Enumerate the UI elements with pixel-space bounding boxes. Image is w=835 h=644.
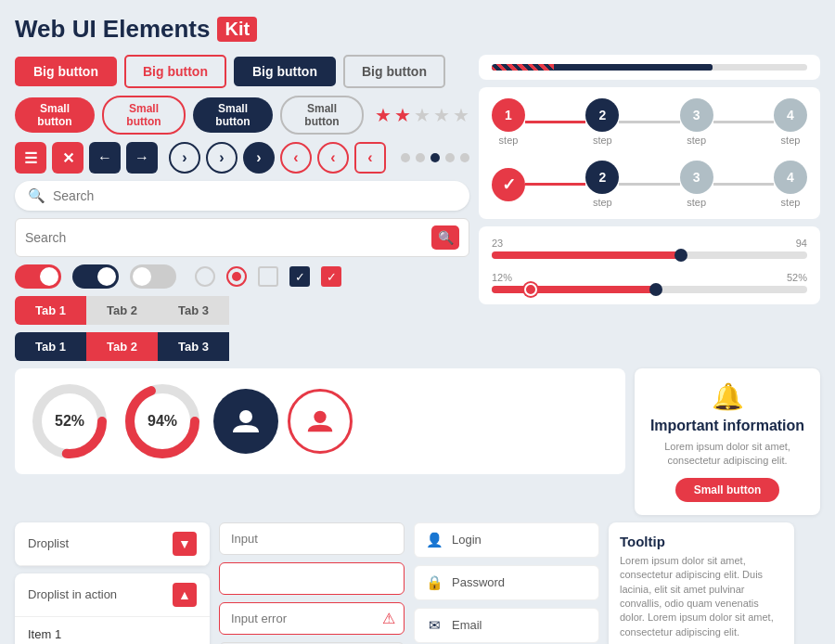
step-r2-3-label: step [687, 197, 706, 208]
tabs-row-1: Tab 1 Tab 2 Tab 3 [15, 296, 469, 325]
dot-5 [460, 153, 469, 162]
step-r2-3-node: 3 [680, 161, 713, 194]
step-line-2 [619, 121, 679, 123]
step-r2-2-node: 2 [585, 161, 619, 194]
tab-1-row1[interactable]: Tab 1 [15, 296, 86, 325]
tab-1-row2[interactable]: Tab 1 [15, 332, 86, 361]
checkbox-checked-dark[interactable]: ✓ [289, 266, 310, 287]
arrow-left-icon-btn[interactable]: ← [89, 142, 121, 174]
star-2[interactable]: ★ [394, 104, 411, 126]
tooltip-card: Tooltip Lorem ipsum dolor sit amet, cons… [609, 522, 794, 644]
small-button-outline-gray[interactable]: Small button [280, 96, 364, 135]
checkbox-checked-red[interactable]: ✓ [321, 266, 341, 287]
step-4-node: 4 [774, 98, 807, 132]
checkbox-empty[interactable] [258, 266, 278, 287]
dot-2 [416, 153, 425, 162]
slider-1-labels: 23 94 [492, 238, 807, 249]
hamburger-icon-btn[interactable]: ☰ [15, 142, 46, 174]
step-r2-1-col: ✓ [492, 168, 525, 201]
star-4[interactable]: ★ [433, 104, 450, 126]
step-r2-4-col: 4 step [774, 161, 807, 208]
droplist-expanded-label: Droplist in action [28, 587, 117, 601]
search-input-outline[interactable] [25, 230, 424, 245]
droplist-section: Droplist ▼ Droplist in action ▲ Item 1 I… [15, 522, 210, 644]
big-button-dark[interactable]: Big button [234, 57, 336, 86]
star-1[interactable]: ★ [375, 104, 392, 126]
toggle-on-red[interactable] [15, 264, 61, 289]
donut-2: 94% [121, 380, 204, 463]
big-buttons-row: Big button Big button Big button Big but… [15, 55, 469, 88]
steps-section: 1 step 2 step 3 step 4 [479, 87, 820, 219]
tab-3-row2[interactable]: Tab 3 [158, 332, 229, 361]
svg-point-4 [239, 410, 252, 423]
big-button-outline-red[interactable]: Big button [124, 55, 226, 88]
page-title: Web UI Elements Kit [15, 15, 820, 44]
input-active[interactable]: Input in action [219, 562, 405, 595]
step-2-node: 2 [585, 98, 619, 132]
toggle-on-dark[interactable] [72, 264, 119, 289]
info-card-button[interactable]: Small button [675, 478, 780, 502]
dot-1 [401, 153, 410, 162]
slider-2-thumb-left [524, 283, 537, 296]
tab-2-row2[interactable]: Tab 2 [86, 332, 158, 361]
error-icon: ⚠ [382, 610, 395, 627]
slider-2[interactable] [492, 286, 807, 293]
slider-1[interactable] [492, 251, 807, 259]
droplist-expanded: Droplist in action ▲ Item 1 Item 2 ✓ Ite… [15, 573, 210, 644]
step-1-node: 1 [492, 98, 525, 132]
password-field: 🔒 Password [414, 565, 599, 600]
scrollbar-fill [554, 64, 713, 71]
step-2-label: step [593, 135, 612, 146]
big-button-outline-gray[interactable]: Big button [343, 55, 445, 88]
arrow-right-icon-btn[interactable]: → [126, 142, 158, 174]
pagination-dots [401, 153, 469, 162]
tooltip-title: Tooltip [620, 534, 783, 549]
toggle-off[interactable] [130, 264, 176, 289]
step-1-label: step [499, 135, 519, 146]
tab-3-row1[interactable]: Tab 3 [158, 296, 229, 325]
small-button-dark[interactable]: Small button [193, 97, 273, 133]
user-icon: 👤 [426, 532, 443, 548]
close-icon-btn[interactable]: ✕ [52, 142, 84, 174]
droplist-expanded-header[interactable]: Droplist in action ▲ [15, 573, 210, 617]
step-line-3 [713, 121, 774, 123]
chevron-left-red-btn[interactable]: ‹ [280, 142, 312, 174]
input-section: Input in action ⚠ [219, 522, 405, 644]
star-5[interactable]: ★ [453, 104, 469, 126]
chevron-right-outline2-btn[interactable]: › [206, 142, 238, 174]
step-1-col: 1 step [492, 98, 525, 146]
input-error[interactable] [219, 602, 405, 635]
step-r2-2-col: 2 step [585, 161, 619, 208]
step-4-col: 4 step [774, 98, 807, 146]
small-button-red[interactable]: Small button [15, 97, 95, 133]
step-r2-4-node: 4 [774, 161, 807, 194]
step-r2-line-3 [713, 183, 774, 186]
email-field: ✉ Email [414, 608, 599, 643]
droplist-header[interactable]: Droplist ▼ [15, 522, 210, 566]
dot-4 [445, 153, 455, 162]
radio-empty[interactable] [195, 266, 215, 287]
list-item[interactable]: Item 1 [15, 621, 210, 644]
small-button-outline-red[interactable]: Small button [102, 96, 186, 135]
chevron-right-outline-btn[interactable]: › [169, 142, 200, 174]
chevron-left-red2-btn[interactable]: ‹ [317, 142, 349, 174]
droplist-collapsed: Droplist ▼ [15, 522, 210, 566]
search-input-rounded[interactable] [53, 188, 456, 203]
scrollbar-track [492, 64, 807, 71]
form-section: 👤 Login 🔒 Password ✉ Email 📱 Phone [414, 522, 599, 644]
search-submit-button[interactable]: 🔍 [431, 225, 459, 250]
slider-2-thumb-right [649, 283, 662, 296]
login-field: 👤 Login [414, 522, 599, 558]
star-3[interactable]: ★ [414, 104, 430, 126]
input-normal[interactable] [219, 522, 405, 555]
radio-active[interactable] [226, 266, 247, 287]
tab-2-row1[interactable]: Tab 2 [86, 296, 158, 325]
step-3-col: 3 step [680, 98, 713, 146]
step-r2-1-node: ✓ [492, 168, 525, 201]
chevron-left-red-sq-btn[interactable]: ‹ [354, 142, 386, 174]
middle-row: 52% 94% [15, 368, 820, 515]
info-card-text: Lorem ipsum dolor sit amet, consectetur … [648, 440, 807, 469]
big-button-red[interactable]: Big button [15, 57, 117, 86]
dot-3 [430, 153, 440, 162]
chevron-right-dark-btn[interactable]: › [243, 142, 275, 174]
